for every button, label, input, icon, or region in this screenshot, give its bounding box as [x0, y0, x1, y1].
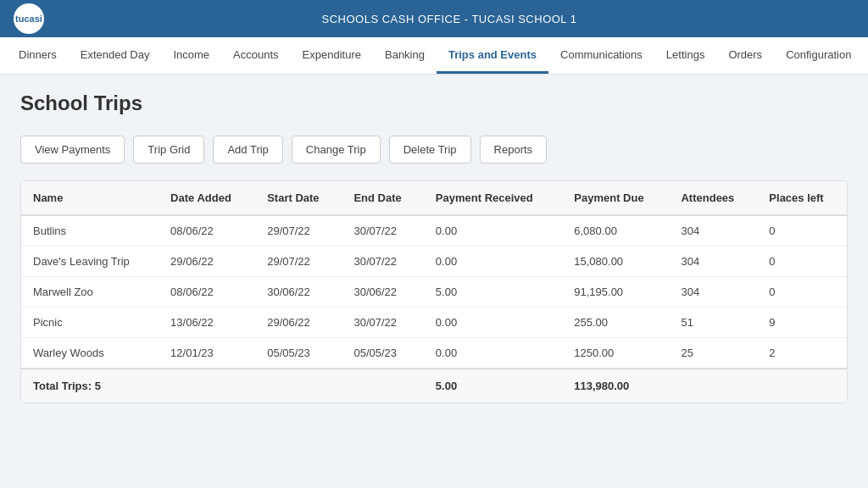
- page-content: School Trips View PaymentsTrip GridAdd T…: [0, 75, 868, 420]
- cell-end-date: 30/07/22: [342, 308, 423, 338]
- footer-attendees-empty: [669, 369, 757, 402]
- cell-start-date: 29/07/22: [255, 215, 342, 247]
- nav-item-extended-day[interactable]: Extended Day: [69, 37, 162, 74]
- action-buttons: View PaymentsTrip GridAdd TripChange Tri…: [20, 136, 848, 164]
- cell-places-left: 9: [757, 308, 847, 338]
- cell-name: Warley Woods: [21, 338, 159, 369]
- logo-text: tucasi: [15, 14, 42, 24]
- table-row: Warley Woods12/01/2305/05/2305/05/230.00…: [21, 338, 847, 369]
- cell-name: Butlins: [21, 215, 159, 247]
- cell-places-left: 0: [757, 247, 847, 277]
- navbar: DinnersExtended DayIncomeAccountsExpendi…: [0, 37, 868, 75]
- col-header-payment-received: Payment Received: [424, 181, 562, 215]
- cell-date-added: 13/06/22: [159, 308, 255, 338]
- col-header-attendees: Attendees: [669, 181, 757, 215]
- cell-date-added: 29/06/22: [159, 247, 255, 277]
- add-trip-button[interactable]: Add Trip: [213, 136, 282, 164]
- logo-icon: tucasi: [14, 3, 44, 34]
- cell-payment-received: 0.00: [424, 308, 562, 338]
- table-footer: Total Trips: 55.00113,980.00: [21, 369, 847, 402]
- nav-item-orders[interactable]: Orders: [716, 37, 774, 74]
- table-body: Butlins08/06/2229/07/2230/07/220.006,080…: [21, 215, 847, 369]
- nav-item-trips-and-events[interactable]: Trips and Events: [437, 37, 548, 74]
- view-payments-button[interactable]: View Payments: [20, 136, 125, 164]
- nav-item-configuration[interactable]: Configuration: [774, 37, 863, 74]
- trips-table: NameDate AddedStart DateEnd DatePayment …: [21, 181, 847, 402]
- nav-item-dinners[interactable]: Dinners: [7, 37, 69, 74]
- change-trip-button[interactable]: Change Trip: [292, 136, 381, 164]
- table-header-row: NameDate AddedStart DateEnd DatePayment …: [21, 181, 847, 215]
- nav-item-expenditure[interactable]: Expenditure: [291, 37, 373, 74]
- cell-start-date: 30/06/22: [255, 277, 342, 308]
- cell-date-added: 12/01/23: [159, 338, 255, 369]
- cell-payment-received: 0.00: [424, 247, 562, 277]
- cell-attendees: 51: [669, 308, 757, 338]
- footer-total-payment-due: 113,980.00: [562, 369, 669, 402]
- table-row: Marwell Zoo08/06/2230/06/2230/06/225.009…: [21, 277, 847, 308]
- cell-end-date: 30/06/22: [342, 277, 423, 308]
- cell-places-left: 0: [757, 215, 847, 247]
- cell-payment-received: 0.00: [424, 338, 562, 369]
- col-header-name: Name: [21, 181, 159, 215]
- footer-total-payment-received: 5.00: [424, 369, 562, 402]
- cell-payment-due: 255.00: [562, 308, 669, 338]
- nav-item-banking[interactable]: Banking: [373, 37, 437, 74]
- cell-payment-due: 1250.00: [562, 338, 669, 369]
- footer-label: Total Trips: 5: [21, 369, 424, 402]
- site-title: SCHOOLS CASH OFFICE - TUCASI SCHOOL 1: [322, 13, 577, 25]
- cell-start-date: 29/06/22: [255, 308, 342, 338]
- trip-grid-button[interactable]: Trip Grid: [133, 136, 204, 164]
- col-header-places-left: Places left: [757, 181, 847, 215]
- cell-payment-received: 0.00: [424, 215, 562, 247]
- table-row: Butlins08/06/2229/07/2230/07/220.006,080…: [21, 215, 847, 247]
- nav-item-communications[interactable]: Communications: [548, 37, 654, 74]
- cell-places-left: 0: [757, 277, 847, 308]
- cell-end-date: 30/07/22: [342, 215, 423, 247]
- cell-payment-due: 91,195.00: [562, 277, 669, 308]
- cell-payment-due: 15,080.00: [562, 247, 669, 277]
- nav-item-accounts[interactable]: Accounts: [221, 37, 290, 74]
- cell-name: Marwell Zoo: [21, 277, 159, 308]
- cell-attendees: 304: [669, 247, 757, 277]
- reports-button[interactable]: Reports: [480, 136, 548, 164]
- cell-payment-received: 5.00: [424, 277, 562, 308]
- topbar: tucasi SCHOOLS CASH OFFICE - TUCASI SCHO…: [0, 0, 868, 37]
- cell-name: Picnic: [21, 308, 159, 338]
- cell-places-left: 2: [757, 338, 847, 369]
- footer-places-empty: [757, 369, 847, 402]
- cell-payment-due: 6,080.00: [562, 215, 669, 247]
- col-header-payment-due: Payment Due: [562, 181, 669, 215]
- nav-item-income[interactable]: Income: [161, 37, 221, 74]
- cell-attendees: 304: [669, 277, 757, 308]
- nav-item-lettings[interactable]: Lettings: [654, 37, 717, 74]
- cell-attendees: 25: [669, 338, 757, 369]
- cell-start-date: 05/05/23: [255, 338, 342, 369]
- col-header-start-date: Start Date: [255, 181, 342, 215]
- logo-area: tucasi: [14, 3, 44, 34]
- delete-trip-button[interactable]: Delete Trip: [389, 136, 471, 164]
- nav-item-reports[interactable]: Reports: [863, 37, 868, 74]
- page-title: School Trips: [20, 92, 848, 115]
- cell-start-date: 29/07/22: [255, 247, 342, 277]
- table-footer-row: Total Trips: 55.00113,980.00: [21, 369, 847, 402]
- cell-end-date: 05/05/23: [342, 338, 423, 369]
- table-row: Picnic13/06/2229/06/2230/07/220.00255.00…: [21, 308, 847, 338]
- cell-date-added: 08/06/22: [159, 215, 255, 247]
- cell-date-added: 08/06/22: [159, 277, 255, 308]
- cell-name: Dave's Leaving Trip: [21, 247, 159, 277]
- table-header: NameDate AddedStart DateEnd DatePayment …: [21, 181, 847, 215]
- table-row: Dave's Leaving Trip29/06/2229/07/2230/07…: [21, 247, 847, 277]
- cell-end-date: 30/07/22: [342, 247, 423, 277]
- trips-table-container: NameDate AddedStart DateEnd DatePayment …: [20, 180, 848, 403]
- col-header-end-date: End Date: [342, 181, 423, 215]
- cell-attendees: 304: [669, 215, 757, 247]
- col-header-date-added: Date Added: [159, 181, 255, 215]
